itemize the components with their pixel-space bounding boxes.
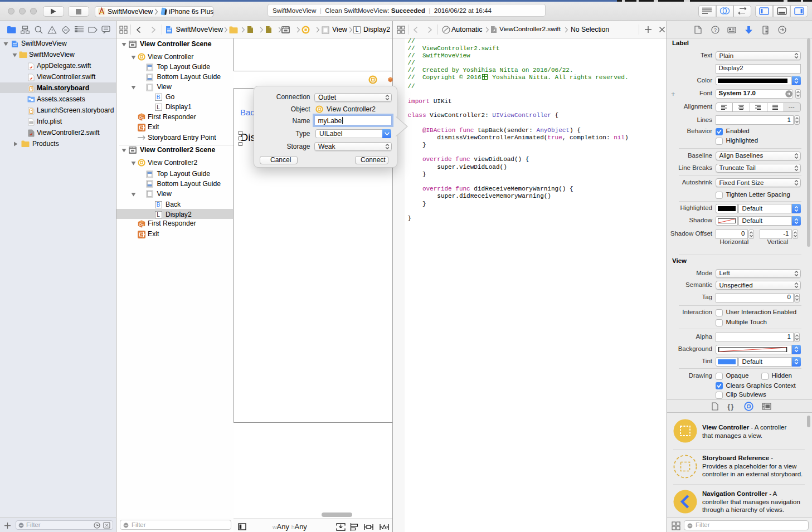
svg-text:?: ? <box>714 27 717 33</box>
svg-text:1: 1 <box>142 223 144 227</box>
svg-text:1: 1 <box>142 116 144 120</box>
